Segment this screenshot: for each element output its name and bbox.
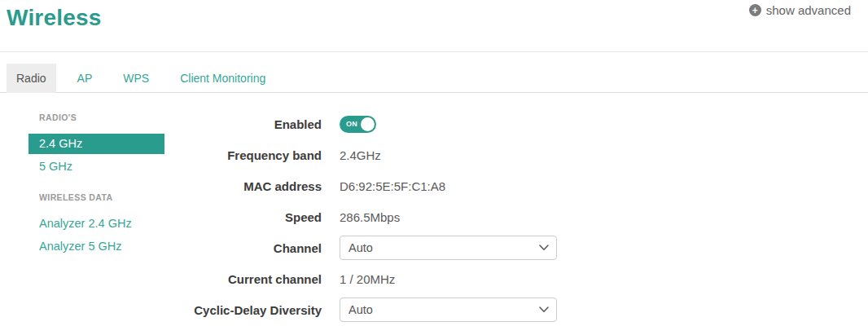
form-row-channel: Channel Auto [0,232,868,263]
radio-settings-form: Enabled ON Frequency band 2.4GHz MAC add… [0,108,868,325]
cyclic-delay-diversity-select-wrap: Auto [340,298,557,322]
frequency-band-value: 2.4GHz [340,148,381,162]
toggle-knob [361,117,375,131]
form-row-enabled: Enabled ON [0,108,868,139]
form-row-current-channel: Current channel 1 / 20MHz [0,263,868,294]
cyclic-delay-diversity-select[interactable]: Auto [340,298,557,322]
plus-circle-icon: + [749,4,761,16]
channel-label: Channel [0,241,322,255]
tab-wps[interactable]: WPS [113,64,159,93]
form-row-speed: Speed 286.5Mbps [0,201,868,232]
tab-radio[interactable]: Radio [7,64,56,93]
mac-address-value: D6:92:5E:5F:C1:A8 [340,179,445,193]
tab-client-monitoring[interactable]: Client Monitoring [170,64,275,93]
form-row-cyclic-delay-diversity: Cyclic-Delay Diversity Auto [0,294,868,325]
cyclic-delay-diversity-label: Cyclic-Delay Diversity [0,303,322,317]
form-row-mac-address: MAC address D6:92:5E:5F:C1:A8 [0,170,868,201]
mac-address-label: MAC address [0,179,322,193]
enabled-label: Enabled [0,117,322,131]
channel-select-wrap: Auto [340,236,557,260]
form-row-frequency-band: Frequency band 2.4GHz [0,139,868,170]
speed-value: 286.5Mbps [340,210,400,224]
toggle-on-text: ON [346,120,357,128]
page-title: Wireless [7,5,102,31]
enabled-toggle[interactable]: ON [340,116,376,133]
current-channel-label: Current channel [0,272,322,286]
show-advanced-link[interactable]: + show advanced [749,3,851,17]
show-advanced-label: show advanced [766,3,851,17]
wireless-settings-page: Wireless + show advanced Radio AP WPS Cl… [0,0,868,335]
tab-bar: Radio AP WPS Client Monitoring [0,64,868,93]
channel-select[interactable]: Auto [340,236,557,260]
current-channel-value: 1 / 20MHz [340,272,395,286]
page-header: Wireless + show advanced [0,0,868,52]
tab-ap[interactable]: AP [68,64,103,93]
frequency-band-label: Frequency band [0,148,322,162]
speed-label: Speed [0,210,322,224]
